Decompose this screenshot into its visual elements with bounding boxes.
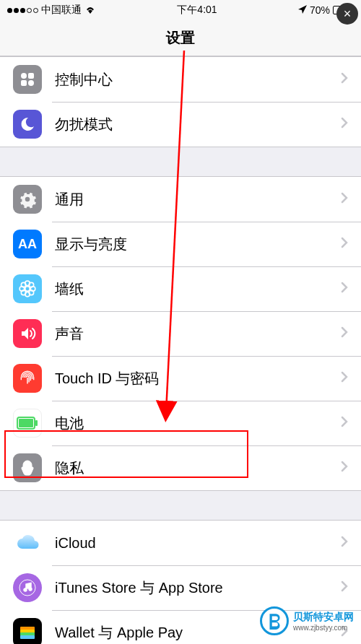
row-control-center[interactable]: 控制中心	[0, 57, 361, 102]
row-dnd[interactable]: 勿扰模式	[0, 102, 361, 147]
svg-point-4	[25, 197, 30, 202]
close-icon: ×	[344, 6, 352, 22]
svg-rect-3	[21, 80, 27, 86]
settings-group-2: 通用 AA 显示与亮度 墙纸 声音 Touch ID 与密码	[0, 176, 361, 491]
settings-list[interactable]: 控制中心 勿扰模式 通用 AA 显示与亮度 墙纸	[0, 56, 361, 644]
svg-rect-21	[20, 635, 35, 639]
location-icon	[298, 4, 307, 16]
row-label: iTunes Store 与 App Store	[55, 578, 341, 598]
chevron-right-icon	[341, 326, 348, 341]
row-label: Touch ID 与密码	[55, 369, 341, 388]
chevron-right-icon	[341, 117, 348, 131]
chevron-right-icon	[341, 192, 348, 206]
battery-percent: 70%	[310, 4, 330, 16]
control-center-icon	[13, 65, 42, 94]
flower-icon	[13, 274, 42, 303]
chevron-right-icon	[341, 237, 348, 251]
watermark-url: www.zjbstyy.com	[293, 624, 354, 632]
row-label: iCloud	[55, 535, 341, 552]
row-label: 显示与亮度	[55, 235, 341, 254]
row-general[interactable]: 通用	[0, 177, 361, 222]
status-left: 中国联通	[7, 4, 96, 17]
svg-point-5	[25, 287, 30, 292]
chevron-right-icon	[341, 72, 348, 87]
svg-point-0	[21, 73, 27, 79]
chevron-right-icon	[341, 416, 348, 430]
row-label: 电池	[55, 414, 341, 433]
watermark-logo-icon	[260, 606, 289, 635]
row-touchid[interactable]: Touch ID 与密码	[0, 356, 361, 401]
wifi-icon	[84, 4, 96, 16]
row-label: 通用	[55, 190, 341, 209]
row-icloud[interactable]: iCloud	[0, 521, 361, 565]
row-label: 墙纸	[55, 279, 341, 299]
row-display[interactable]: AA 显示与亮度	[0, 222, 361, 266]
row-label: 隐私	[55, 458, 341, 478]
nav-bar: 设置	[0, 20, 361, 56]
fingerprint-icon	[13, 364, 42, 393]
chevron-right-icon	[341, 536, 348, 550]
gear-icon	[13, 185, 42, 214]
page-title: 设置	[166, 28, 195, 48]
hand-icon	[13, 453, 42, 482]
row-wallpaper[interactable]: 墙纸	[0, 266, 361, 311]
row-battery[interactable]: 电池	[0, 401, 361, 445]
chevron-right-icon	[341, 580, 348, 595]
chevron-right-icon	[341, 461, 348, 475]
status-bar: 中国联通 下午4:01 70%	[0, 0, 361, 20]
signal-icon	[7, 8, 38, 13]
chevron-right-icon	[341, 371, 348, 386]
svg-point-1	[28, 80, 34, 86]
watermark: 贝斯特安卓网 www.zjbstyy.com	[260, 606, 354, 635]
svg-rect-16	[35, 420, 38, 426]
moon-icon	[13, 110, 42, 139]
chevron-right-icon	[341, 282, 348, 296]
wallet-icon	[13, 618, 42, 644]
settings-group-1: 控制中心 勿扰模式	[0, 56, 361, 147]
itunes-icon	[13, 573, 42, 602]
svg-rect-15	[19, 419, 33, 427]
row-sound[interactable]: 声音	[0, 311, 361, 356]
battery-row-icon	[13, 409, 42, 438]
close-button[interactable]: ×	[336, 3, 358, 25]
row-itunes[interactable]: iTunes Store 与 App Store	[0, 565, 361, 610]
row-label: 声音	[55, 324, 341, 344]
row-label: 控制中心	[55, 70, 341, 90]
row-label: 勿扰模式	[55, 115, 341, 134]
row-privacy[interactable]: 隐私	[0, 445, 361, 490]
aa-icon: AA	[13, 230, 42, 258]
speaker-icon	[13, 319, 42, 348]
cloud-icon	[13, 528, 42, 557]
svg-rect-2	[28, 73, 34, 79]
watermark-title: 贝斯特安卓网	[293, 611, 354, 624]
carrier-label: 中国联通	[41, 4, 82, 17]
time-label: 下午4:01	[177, 4, 217, 17]
